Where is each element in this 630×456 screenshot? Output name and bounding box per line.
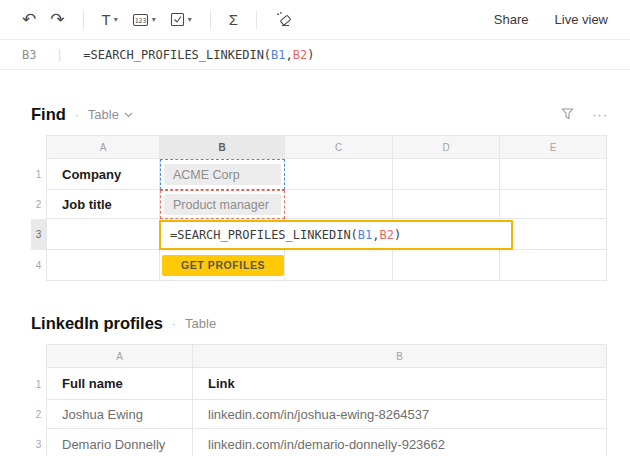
formula-arg1: B1 [271, 48, 285, 62]
table-row: 4 GET PROFILES [31, 250, 630, 281]
formula-arg2: B2 [293, 48, 307, 62]
formula-close: ) [307, 48, 314, 62]
edit-formula-arg2: B2 [380, 228, 394, 242]
profiles-section-header: LinkedIn profiles · Table [31, 311, 608, 336]
undo-icon: ↶ [22, 11, 36, 28]
live-view-button[interactable]: Live view [555, 12, 608, 27]
column-header-e[interactable]: E [500, 135, 607, 159]
cell-b1-value[interactable]: ACME Corp [164, 164, 281, 185]
more-options-button[interactable]: ··· [592, 107, 608, 122]
cell-b4: GET PROFILES [160, 250, 285, 281]
column-header-d[interactable]: D [393, 135, 500, 159]
cell-link-2[interactable]: linkedin.com/in/demario-donnelly-923662 [193, 429, 607, 456]
row-number[interactable]: 2 [31, 190, 46, 219]
cell-a2[interactable]: Job title [46, 190, 160, 219]
edit-formula-close: ) [394, 228, 401, 242]
cell-link-1[interactable]: linkedin.com/in/joshua-ewing-8264537 [193, 400, 607, 429]
cell-c4[interactable] [285, 250, 393, 281]
row-number[interactable]: 4 [31, 250, 46, 281]
cell-e3[interactable] [500, 219, 607, 250]
row-number[interactable]: 1 [31, 368, 46, 400]
column-header-a[interactable]: A [46, 135, 160, 159]
chevron-down-icon: ▾ [114, 15, 118, 24]
cell-b2[interactable]: Product manager [160, 190, 285, 219]
page-title: Find [31, 105, 66, 124]
row-number[interactable]: 2 [31, 400, 46, 429]
redo-button[interactable]: ↷ [50, 11, 64, 28]
cell-b3-edit-box[interactable]: =SEARCH_PROFILES_LINKEDIN(B1,B2) [159, 220, 513, 250]
corner-gutter [31, 344, 46, 368]
row-number[interactable]: 1 [31, 159, 46, 190]
formula-bar: B3 | =SEARCH_PROFILES_LINKEDIN(B1,B2) [0, 40, 630, 70]
cell-c2[interactable] [285, 190, 393, 219]
cell-e2[interactable] [500, 190, 607, 219]
toolbar-divider [256, 11, 257, 29]
cell-fullname-header[interactable]: Full name [46, 368, 193, 400]
cell-a4[interactable] [46, 250, 160, 281]
text-format-button[interactable]: T ▾ [102, 11, 118, 28]
edit-formula-text: =SEARCH_PROFILES_LINKEDIN( [170, 228, 358, 242]
table-row: 1 Company ACME Corp [31, 159, 630, 190]
text-format-icon: T [102, 11, 111, 28]
table-row: 2 Joshua Ewing linkedin.com/in/joshua-ew… [31, 400, 630, 429]
formula-comma: , [286, 48, 293, 62]
table-type-dropdown[interactable]: Table [88, 107, 133, 122]
dot-separator: · [172, 317, 176, 331]
share-button[interactable]: Share [494, 12, 529, 27]
edit-formula-arg1: B1 [358, 228, 372, 242]
cell-b1[interactable]: ACME Corp [160, 159, 285, 190]
column-header-c[interactable]: C [285, 135, 393, 159]
cell-d1[interactable] [393, 159, 500, 190]
toolbar-divider [83, 11, 84, 29]
column-header-a[interactable]: A [46, 344, 193, 368]
section-title: LinkedIn profiles [31, 314, 163, 333]
find-table: A B C D E 1 Company ACME Corp 2 Job titl… [31, 135, 630, 281]
table-row: 1 Full name Link [31, 368, 630, 400]
cell-name-1[interactable]: Joshua Ewing [46, 400, 193, 429]
cell-e4[interactable] [500, 250, 607, 281]
profiles-table: A B 1 Full name Link 2 Joshua Ewing link… [31, 344, 630, 456]
edit-formula-comma: , [372, 228, 379, 242]
number-format-icon: 123 [132, 12, 149, 28]
cell-a3[interactable] [46, 219, 160, 250]
find-section-header: Find · Table ··· [31, 102, 608, 127]
table-row: 3 Demario Donnelly linkedin.com/in/demar… [31, 429, 630, 456]
checkbox-icon [170, 12, 185, 27]
chevron-down-icon [124, 112, 133, 118]
clear-format-icon [275, 11, 293, 28]
formula-text: =SEARCH_PROFILES_LINKEDIN( [83, 48, 271, 62]
cell-d2[interactable] [393, 190, 500, 219]
formula-bar-divider: | [56, 48, 63, 62]
cell-a1[interactable]: Company [46, 159, 160, 190]
get-profiles-button[interactable]: GET PROFILES [162, 255, 284, 276]
column-header-b[interactable]: B [193, 344, 607, 368]
svg-text:123: 123 [134, 16, 146, 24]
number-format-button[interactable]: 123 ▾ [132, 12, 156, 28]
sum-icon: Σ [229, 12, 238, 27]
toolbar: ↶ ↷ T ▾ 123 ▾ ▾ [0, 0, 630, 40]
dot-separator: · [75, 108, 79, 122]
row-number[interactable]: 3 [31, 429, 46, 456]
table-type-label[interactable]: Table [185, 316, 216, 331]
cell-c1[interactable] [285, 159, 393, 190]
checkbox-format-button[interactable]: ▾ [170, 12, 192, 27]
column-header-b[interactable]: B [160, 135, 285, 159]
chevron-down-icon: ▾ [188, 15, 192, 24]
clear-format-button[interactable] [275, 11, 293, 28]
cell-name-2[interactable]: Demario Donnelly [46, 429, 193, 456]
sum-button[interactable]: Σ [229, 12, 238, 27]
cell-link-header[interactable]: Link [193, 368, 607, 400]
filter-icon[interactable] [561, 106, 574, 124]
cell-b2-value[interactable]: Product manager [164, 194, 281, 215]
corner-gutter [31, 135, 46, 159]
formula-input[interactable]: =SEARCH_PROFILES_LINKEDIN(B1,B2) [83, 48, 314, 62]
cell-d4[interactable] [393, 250, 500, 281]
toolbar-divider [210, 11, 211, 29]
table-row: 2 Job title Product manager [31, 190, 630, 219]
redo-icon: ↷ [50, 11, 64, 28]
undo-button[interactable]: ↶ [22, 11, 36, 28]
row-number-selected[interactable]: 3 [31, 219, 46, 250]
cell-e1[interactable] [500, 159, 607, 190]
chevron-down-icon: ▾ [152, 15, 156, 24]
table-label: Table [185, 316, 216, 331]
